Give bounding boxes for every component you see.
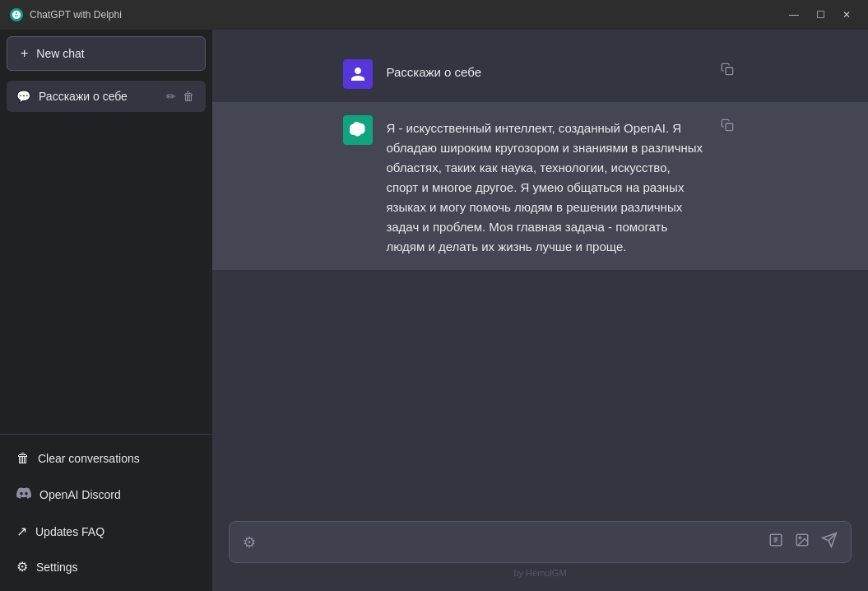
chat-area: Расскажи о себе Я - искусственный интелл… — [212, 30, 868, 591]
user-message-content-0: Расскажи о себе — [386, 59, 703, 82]
titlebar-left: ChatGPT with Delphi — [10, 8, 122, 21]
input-right-buttons — [765, 528, 841, 556]
messages-area: Расскажи о себе Я - искусственный интелл… — [212, 30, 868, 511]
main-layout: + New chat 💬 Расскажи о себе ✏ 🗑 🗑 Clear… — [0, 30, 868, 591]
audio-button[interactable] — [765, 529, 787, 555]
input-area: ⚙ — [212, 511, 868, 591]
external-link-icon: ↗ — [16, 524, 27, 539]
sidebar-top: + New chat — [0, 30, 212, 77]
message-row-user: Расскажи о себе — [212, 46, 868, 102]
sidebar: + New chat 💬 Расскажи о себе ✏ 🗑 🗑 Clear… — [0, 30, 212, 591]
trash-icon: 🗑 — [16, 451, 30, 466]
conversation-title-0: Расскажи о себе — [39, 90, 160, 103]
chat-icon: 💬 — [16, 90, 30, 103]
svg-rect-0 — [726, 67, 733, 75]
svg-point-4 — [799, 537, 801, 538]
sidebar-conversations: 💬 Расскажи о себе ✏ 🗑 — [0, 77, 212, 434]
discord-icon — [16, 486, 31, 504]
maximize-button[interactable]: ☐ — [809, 6, 832, 24]
message-row-ai: Я - искусственный интеллект, созданный O… — [212, 102, 868, 270]
new-chat-label: New chat — [36, 47, 84, 60]
image-button[interactable] — [791, 529, 813, 555]
chat-input[interactable] — [259, 533, 765, 552]
app-icon — [10, 8, 23, 21]
ai-avatar — [343, 115, 373, 145]
titlebar-controls: — ☐ ✕ — [782, 6, 858, 24]
send-button[interactable] — [818, 528, 841, 556]
settings-label: Settings — [36, 561, 78, 574]
new-chat-button[interactable]: + New chat — [7, 36, 206, 71]
titlebar: ChatGPT with Delphi — ☐ ✕ — [0, 0, 868, 30]
input-settings-button[interactable]: ⚙ — [239, 530, 259, 555]
footer-text: by HemulGM — [229, 568, 852, 578]
close-button[interactable]: ✕ — [835, 6, 858, 24]
user-avatar — [343, 59, 373, 89]
updates-label: Updates FAQ — [35, 525, 104, 538]
ai-message-content-0: Я - искусственный интеллект, созданный O… — [386, 115, 703, 257]
sidebar-item-settings[interactable]: ⚙ Settings — [7, 549, 206, 584]
svg-rect-1 — [726, 123, 733, 131]
sidebar-item-updates[interactable]: ↗ Updates FAQ — [7, 514, 206, 549]
input-box: ⚙ — [229, 521, 852, 563]
sidebar-item-discord[interactable]: OpenAI Discord — [7, 476, 206, 514]
clear-conversations-label: Clear conversations — [38, 452, 140, 465]
titlebar-title: ChatGPT with Delphi — [30, 9, 122, 21]
sidebar-item-clear[interactable]: 🗑 Clear conversations — [7, 441, 206, 476]
plus-icon: + — [21, 47, 28, 60]
minimize-button[interactable]: — — [782, 6, 805, 24]
conversation-actions-0: ✏ 🗑 — [165, 89, 196, 104]
sidebar-bottom: 🗑 Clear conversations OpenAI Discord ↗ U… — [0, 434, 212, 591]
copy-ai-message-button-0[interactable] — [717, 115, 737, 138]
edit-conversation-button-0[interactable]: ✏ — [165, 89, 178, 104]
copy-user-message-button-0[interactable] — [717, 59, 737, 82]
delete-conversation-button-0[interactable]: 🗑 — [181, 89, 196, 104]
settings-icon: ⚙ — [16, 559, 28, 575]
conversation-item-0[interactable]: 💬 Расскажи о себе ✏ 🗑 — [7, 81, 206, 112]
discord-label: OpenAI Discord — [39, 488, 121, 501]
